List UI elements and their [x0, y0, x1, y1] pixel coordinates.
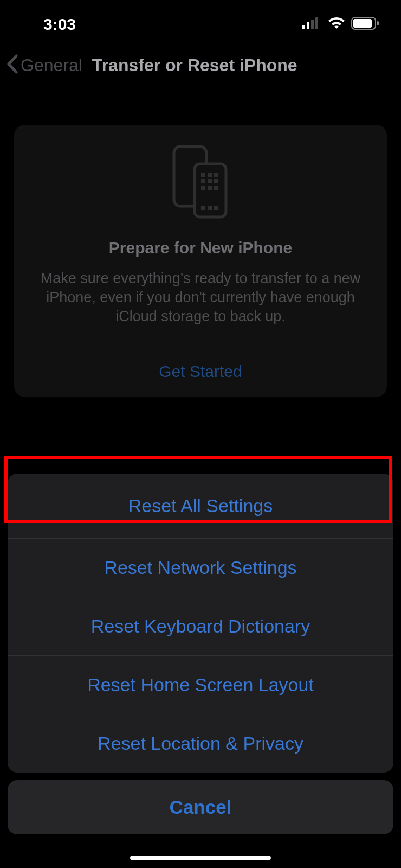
- home-indicator[interactable]: [130, 856, 271, 860]
- svg-rect-2: [311, 20, 314, 29]
- svg-rect-0: [302, 25, 305, 29]
- svg-rect-3: [315, 17, 318, 29]
- reset-home-screen-layout-button[interactable]: Reset Home Screen Layout: [8, 655, 393, 714]
- status-icons: [302, 17, 379, 32]
- reset-network-settings-button[interactable]: Reset Network Settings: [8, 538, 393, 597]
- nav-title: Transfer or Reset iPhone: [92, 55, 297, 75]
- svg-rect-14: [214, 179, 218, 183]
- svg-rect-1: [307, 22, 309, 29]
- svg-rect-15: [201, 186, 205, 190]
- nav-back-label[interactable]: General: [21, 55, 82, 75]
- svg-rect-20: [214, 206, 218, 210]
- reset-keyboard-dictionary-button[interactable]: Reset Keyboard Dictionary: [8, 597, 393, 655]
- svg-rect-13: [208, 179, 212, 183]
- prepare-title: Prepare for New iPhone: [30, 239, 371, 257]
- reset-action-sheet: Reset All Settings Reset Network Setting…: [8, 474, 393, 834]
- wifi-icon: [327, 17, 346, 32]
- svg-rect-19: [208, 206, 212, 210]
- cancel-button[interactable]: Cancel: [8, 780, 393, 834]
- reset-all-settings-button[interactable]: Reset All Settings: [8, 474, 393, 538]
- svg-rect-6: [377, 21, 379, 25]
- devices-icon: [30, 144, 371, 220]
- battery-icon: [351, 17, 379, 32]
- prepare-description: Make sure everything's ready to transfer…: [30, 269, 371, 326]
- svg-rect-17: [214, 186, 218, 190]
- prepare-card: Prepare for New iPhone Make sure everyth…: [14, 125, 387, 397]
- svg-rect-18: [201, 206, 205, 210]
- svg-rect-11: [214, 173, 218, 177]
- cellular-icon: [302, 17, 322, 31]
- nav-bar: General Transfer or Reset iPhone: [0, 49, 401, 81]
- get-started-button[interactable]: Get Started: [30, 348, 371, 397]
- back-chevron-icon[interactable]: [5, 54, 18, 76]
- status-bar: 3:03: [0, 0, 401, 49]
- svg-rect-16: [208, 186, 212, 190]
- reset-location-privacy-button[interactable]: Reset Location & Privacy: [8, 714, 393, 773]
- reset-options-group: Reset All Settings Reset Network Setting…: [8, 474, 393, 773]
- svg-rect-9: [201, 173, 205, 177]
- svg-rect-10: [208, 173, 212, 177]
- svg-rect-5: [353, 19, 372, 28]
- status-time: 3:03: [43, 15, 76, 34]
- svg-rect-12: [201, 179, 205, 183]
